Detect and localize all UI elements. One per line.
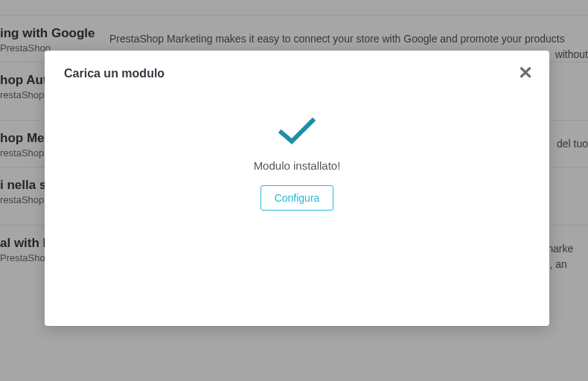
modal-title: Carica un modulo	[64, 67, 530, 80]
close-icon[interactable]: ✕	[518, 64, 533, 82]
modal-body: Modulo installato! Configura	[45, 80, 549, 211]
configure-button[interactable]: Configura	[261, 185, 334, 211]
checkmark-icon	[277, 116, 317, 149]
upload-module-modal: Carica un modulo ✕ Modulo installato! Co…	[45, 51, 549, 326]
install-status-text: Modulo installato!	[45, 159, 549, 172]
modal-header: Carica un modulo ✕	[45, 51, 549, 80]
